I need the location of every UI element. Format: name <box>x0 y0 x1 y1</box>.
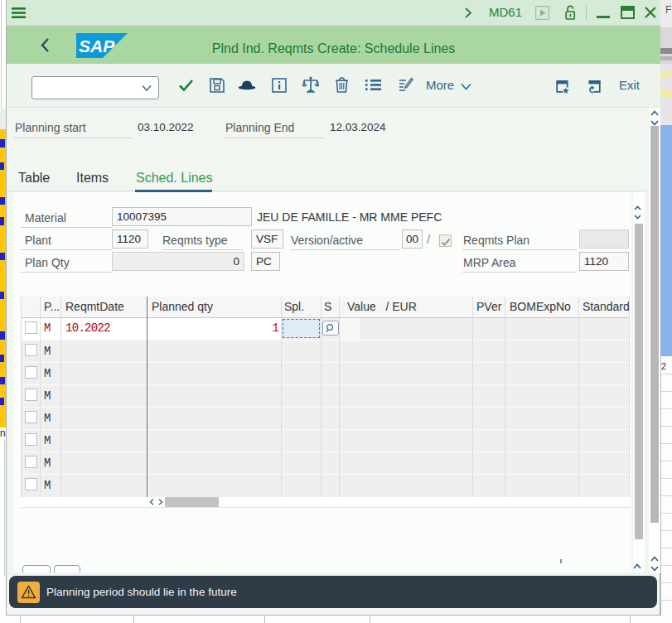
svg-text:★: ★ <box>562 85 569 94</box>
